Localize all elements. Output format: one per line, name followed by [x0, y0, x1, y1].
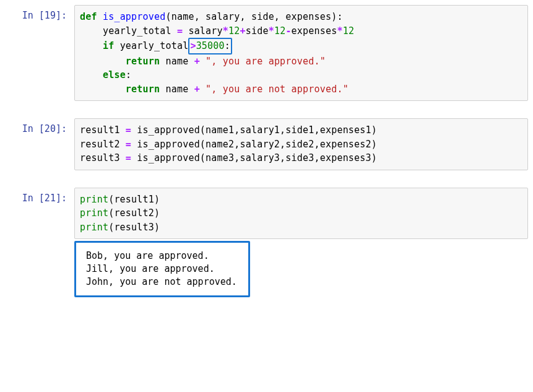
code-block: print(result1) print(result2) print(resu…	[80, 193, 522, 235]
cell-body: def is_approved(name, salary, side, expe…	[74, 5, 528, 101]
highlighted-output: Bob, you are approved. Jill, you are app…	[74, 241, 250, 297]
notebook-cell-21: In [21]: print(result1) print(result2) p…	[5, 188, 528, 298]
notebook-cell-19: In [19]: def is_approved(name, salary, s…	[5, 5, 528, 101]
code-block: def is_approved(name, salary, side, expe…	[80, 10, 522, 96]
code-input[interactable]: result1 = is_approved(name1,salary1,side…	[74, 118, 528, 170]
prompt-label: In [21]:	[5, 188, 74, 204]
notebook-cell-20: In [20]: result1 = is_approved(name1,sal…	[5, 118, 528, 170]
code-input[interactable]: def is_approved(name, salary, side, expe…	[74, 5, 528, 101]
prompt-label: In [19]:	[5, 5, 74, 21]
cell-body: print(result1) print(result2) print(resu…	[74, 188, 528, 298]
code-block: result1 = is_approved(name1,salary1,side…	[80, 123, 522, 165]
prompt-label: In [20]:	[5, 118, 74, 134]
code-input[interactable]: print(result1) print(result2) print(resu…	[74, 188, 528, 240]
output-block: Bob, you are approved. Jill, you are app…	[81, 246, 242, 292]
cell-body: result1 = is_approved(name1,salary1,side…	[74, 118, 528, 170]
